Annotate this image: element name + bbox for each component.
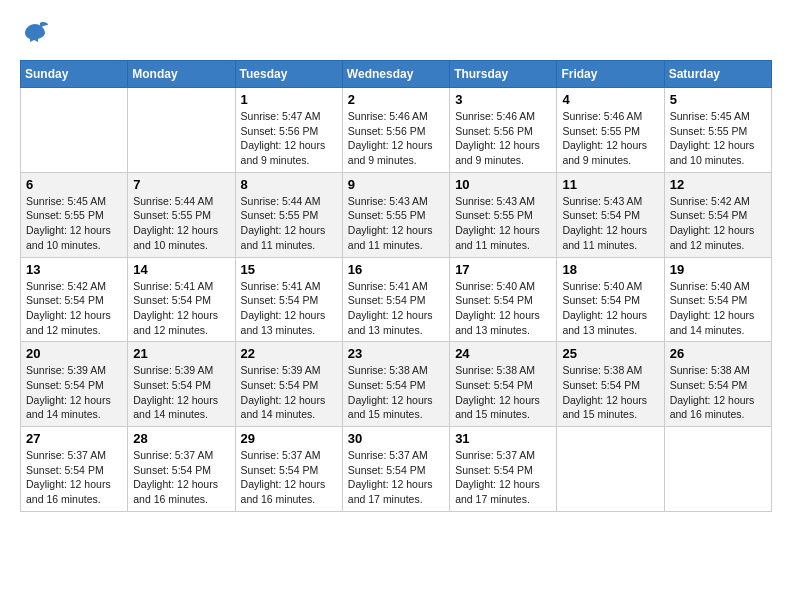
day-info: Sunrise: 5:38 AM Sunset: 5:54 PM Dayligh… <box>670 363 766 422</box>
day-info: Sunrise: 5:40 AM Sunset: 5:54 PM Dayligh… <box>455 279 551 338</box>
day-info: Sunrise: 5:41 AM Sunset: 5:54 PM Dayligh… <box>133 279 229 338</box>
calendar-cell: 12Sunrise: 5:42 AM Sunset: 5:54 PM Dayli… <box>664 172 771 257</box>
calendar-cell: 24Sunrise: 5:38 AM Sunset: 5:54 PM Dayli… <box>450 342 557 427</box>
calendar-cell: 27Sunrise: 5:37 AM Sunset: 5:54 PM Dayli… <box>21 427 128 512</box>
day-info: Sunrise: 5:38 AM Sunset: 5:54 PM Dayligh… <box>455 363 551 422</box>
calendar-cell: 13Sunrise: 5:42 AM Sunset: 5:54 PM Dayli… <box>21 257 128 342</box>
calendar-week-row: 20Sunrise: 5:39 AM Sunset: 5:54 PM Dayli… <box>21 342 772 427</box>
day-info: Sunrise: 5:37 AM Sunset: 5:54 PM Dayligh… <box>241 448 337 507</box>
day-number: 2 <box>348 92 444 107</box>
day-info: Sunrise: 5:37 AM Sunset: 5:54 PM Dayligh… <box>455 448 551 507</box>
day-number: 25 <box>562 346 658 361</box>
calendar-cell: 4Sunrise: 5:46 AM Sunset: 5:55 PM Daylig… <box>557 88 664 173</box>
calendar-cell: 29Sunrise: 5:37 AM Sunset: 5:54 PM Dayli… <box>235 427 342 512</box>
day-info: Sunrise: 5:38 AM Sunset: 5:54 PM Dayligh… <box>348 363 444 422</box>
day-info: Sunrise: 5:43 AM Sunset: 5:54 PM Dayligh… <box>562 194 658 253</box>
weekday-header: Friday <box>557 61 664 88</box>
day-number: 24 <box>455 346 551 361</box>
day-info: Sunrise: 5:37 AM Sunset: 5:54 PM Dayligh… <box>133 448 229 507</box>
day-number: 10 <box>455 177 551 192</box>
day-info: Sunrise: 5:45 AM Sunset: 5:55 PM Dayligh… <box>26 194 122 253</box>
calendar-cell: 2Sunrise: 5:46 AM Sunset: 5:56 PM Daylig… <box>342 88 449 173</box>
calendar-cell: 3Sunrise: 5:46 AM Sunset: 5:56 PM Daylig… <box>450 88 557 173</box>
day-info: Sunrise: 5:43 AM Sunset: 5:55 PM Dayligh… <box>348 194 444 253</box>
day-number: 15 <box>241 262 337 277</box>
day-info: Sunrise: 5:38 AM Sunset: 5:54 PM Dayligh… <box>562 363 658 422</box>
calendar-body: 1Sunrise: 5:47 AM Sunset: 5:56 PM Daylig… <box>21 88 772 512</box>
day-number: 17 <box>455 262 551 277</box>
day-info: Sunrise: 5:46 AM Sunset: 5:55 PM Dayligh… <box>562 109 658 168</box>
weekday-header: Saturday <box>664 61 771 88</box>
weekday-header: Sunday <box>21 61 128 88</box>
day-number: 9 <box>348 177 444 192</box>
day-info: Sunrise: 5:41 AM Sunset: 5:54 PM Dayligh… <box>241 279 337 338</box>
day-info: Sunrise: 5:43 AM Sunset: 5:55 PM Dayligh… <box>455 194 551 253</box>
calendar-cell: 23Sunrise: 5:38 AM Sunset: 5:54 PM Dayli… <box>342 342 449 427</box>
calendar-cell: 19Sunrise: 5:40 AM Sunset: 5:54 PM Dayli… <box>664 257 771 342</box>
day-number: 3 <box>455 92 551 107</box>
header-row: SundayMondayTuesdayWednesdayThursdayFrid… <box>21 61 772 88</box>
calendar-cell: 20Sunrise: 5:39 AM Sunset: 5:54 PM Dayli… <box>21 342 128 427</box>
calendar-table: SundayMondayTuesdayWednesdayThursdayFrid… <box>20 60 772 512</box>
day-info: Sunrise: 5:40 AM Sunset: 5:54 PM Dayligh… <box>562 279 658 338</box>
day-info: Sunrise: 5:45 AM Sunset: 5:55 PM Dayligh… <box>670 109 766 168</box>
day-number: 20 <box>26 346 122 361</box>
day-number: 4 <box>562 92 658 107</box>
day-number: 21 <box>133 346 229 361</box>
day-number: 27 <box>26 431 122 446</box>
calendar-week-row: 1Sunrise: 5:47 AM Sunset: 5:56 PM Daylig… <box>21 88 772 173</box>
calendar-week-row: 13Sunrise: 5:42 AM Sunset: 5:54 PM Dayli… <box>21 257 772 342</box>
day-number: 5 <box>670 92 766 107</box>
day-number: 8 <box>241 177 337 192</box>
calendar-cell: 26Sunrise: 5:38 AM Sunset: 5:54 PM Dayli… <box>664 342 771 427</box>
calendar-cell: 9Sunrise: 5:43 AM Sunset: 5:55 PM Daylig… <box>342 172 449 257</box>
calendar-week-row: 6Sunrise: 5:45 AM Sunset: 5:55 PM Daylig… <box>21 172 772 257</box>
calendar-cell: 28Sunrise: 5:37 AM Sunset: 5:54 PM Dayli… <box>128 427 235 512</box>
calendar-cell: 7Sunrise: 5:44 AM Sunset: 5:55 PM Daylig… <box>128 172 235 257</box>
calendar-cell: 22Sunrise: 5:39 AM Sunset: 5:54 PM Dayli… <box>235 342 342 427</box>
calendar-cell: 18Sunrise: 5:40 AM Sunset: 5:54 PM Dayli… <box>557 257 664 342</box>
calendar-cell: 8Sunrise: 5:44 AM Sunset: 5:55 PM Daylig… <box>235 172 342 257</box>
calendar-cell: 17Sunrise: 5:40 AM Sunset: 5:54 PM Dayli… <box>450 257 557 342</box>
day-info: Sunrise: 5:39 AM Sunset: 5:54 PM Dayligh… <box>133 363 229 422</box>
day-number: 14 <box>133 262 229 277</box>
weekday-header: Monday <box>128 61 235 88</box>
calendar-header: SundayMondayTuesdayWednesdayThursdayFrid… <box>21 61 772 88</box>
day-number: 28 <box>133 431 229 446</box>
calendar-cell: 25Sunrise: 5:38 AM Sunset: 5:54 PM Dayli… <box>557 342 664 427</box>
day-number: 23 <box>348 346 444 361</box>
day-info: Sunrise: 5:37 AM Sunset: 5:54 PM Dayligh… <box>26 448 122 507</box>
day-info: Sunrise: 5:37 AM Sunset: 5:54 PM Dayligh… <box>348 448 444 507</box>
calendar-cell: 14Sunrise: 5:41 AM Sunset: 5:54 PM Dayli… <box>128 257 235 342</box>
page-header <box>20 20 772 44</box>
calendar-cell <box>21 88 128 173</box>
day-info: Sunrise: 5:42 AM Sunset: 5:54 PM Dayligh… <box>670 194 766 253</box>
calendar-cell: 6Sunrise: 5:45 AM Sunset: 5:55 PM Daylig… <box>21 172 128 257</box>
day-number: 29 <box>241 431 337 446</box>
day-number: 30 <box>348 431 444 446</box>
calendar-cell <box>664 427 771 512</box>
day-number: 1 <box>241 92 337 107</box>
day-info: Sunrise: 5:46 AM Sunset: 5:56 PM Dayligh… <box>348 109 444 168</box>
logo <box>20 20 54 44</box>
calendar-cell: 15Sunrise: 5:41 AM Sunset: 5:54 PM Dayli… <box>235 257 342 342</box>
day-number: 11 <box>562 177 658 192</box>
day-number: 13 <box>26 262 122 277</box>
day-info: Sunrise: 5:44 AM Sunset: 5:55 PM Dayligh… <box>133 194 229 253</box>
day-number: 31 <box>455 431 551 446</box>
day-number: 7 <box>133 177 229 192</box>
day-info: Sunrise: 5:46 AM Sunset: 5:56 PM Dayligh… <box>455 109 551 168</box>
calendar-cell <box>128 88 235 173</box>
day-number: 18 <box>562 262 658 277</box>
calendar-cell: 1Sunrise: 5:47 AM Sunset: 5:56 PM Daylig… <box>235 88 342 173</box>
calendar-cell: 5Sunrise: 5:45 AM Sunset: 5:55 PM Daylig… <box>664 88 771 173</box>
calendar-cell: 31Sunrise: 5:37 AM Sunset: 5:54 PM Dayli… <box>450 427 557 512</box>
day-info: Sunrise: 5:39 AM Sunset: 5:54 PM Dayligh… <box>26 363 122 422</box>
calendar-cell: 11Sunrise: 5:43 AM Sunset: 5:54 PM Dayli… <box>557 172 664 257</box>
weekday-header: Tuesday <box>235 61 342 88</box>
calendar-cell: 30Sunrise: 5:37 AM Sunset: 5:54 PM Dayli… <box>342 427 449 512</box>
day-number: 26 <box>670 346 766 361</box>
day-number: 6 <box>26 177 122 192</box>
calendar-cell: 10Sunrise: 5:43 AM Sunset: 5:55 PM Dayli… <box>450 172 557 257</box>
day-info: Sunrise: 5:47 AM Sunset: 5:56 PM Dayligh… <box>241 109 337 168</box>
